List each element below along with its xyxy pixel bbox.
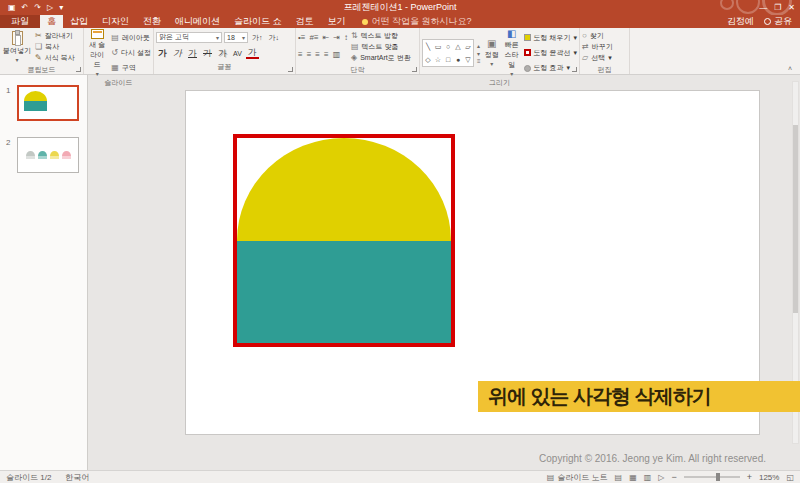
undo-icon[interactable]: ↶ (22, 4, 29, 12)
slide-thumbnail-1[interactable]: 1 (17, 85, 81, 121)
new-slide-button[interactable]: 새 슬라이드 ▾ (86, 29, 108, 77)
start-slideshow-icon[interactable]: ▷ (47, 4, 53, 12)
close-button[interactable]: ✕ (788, 3, 795, 12)
shape-rectangle-icon[interactable]: ▭ (435, 43, 442, 51)
notes-toggle-button[interactable]: ▤ 슬라이드 노트 (547, 472, 608, 483)
bullets-icon[interactable]: •≡ (298, 34, 305, 42)
shape-triangle-icon[interactable]: △ (455, 43, 460, 51)
shape-effects-button[interactable]: 도형 효과 ▾ (524, 63, 577, 74)
align-left-icon[interactable]: ≡ (298, 51, 303, 59)
highlighted-shape-group[interactable] (233, 134, 455, 347)
slideshow-view-button[interactable]: ▷ (658, 473, 664, 482)
redo-icon[interactable]: ↷ (34, 4, 41, 12)
zoom-in-button[interactable]: + (747, 472, 752, 482)
grow-font-button[interactable]: 가↑ (250, 34, 265, 41)
align-text-button[interactable]: ▤ 텍스트 맞춤 (351, 41, 411, 52)
tell-me-box[interactable]: 어떤 작업을 원하시나요? (353, 15, 481, 28)
strikethrough-button[interactable]: 가 (201, 49, 214, 58)
shape-diamond-icon[interactable]: ◇ (425, 56, 430, 64)
shape-triangle-down-icon[interactable]: ▽ (465, 56, 470, 64)
gallery-more-icon[interactable]: ≡ (477, 58, 481, 64)
share-button[interactable]: 공유 (764, 15, 792, 28)
character-spacing-button[interactable]: AV (231, 50, 244, 57)
cut-button[interactable]: ✂ 잘라내기 (35, 30, 75, 41)
signed-in-user[interactable]: 김정예 (727, 15, 754, 28)
font-name-select[interactable]: 맑은 고딕 ▾ (156, 32, 222, 43)
tab-home[interactable]: 홈 (40, 15, 63, 28)
language-indicator[interactable]: 한국어 (65, 472, 89, 483)
shape-fill-button[interactable]: 도형 채우기 ▾ (524, 32, 577, 43)
columns-icon[interactable]: ▥ (333, 51, 341, 59)
zoom-slider-thumb[interactable] (716, 473, 720, 481)
save-icon[interactable]: ▣ (8, 4, 16, 12)
tab-file[interactable]: 파일 (0, 15, 40, 28)
editing-group-label: 편집 (582, 64, 627, 77)
arrange-button[interactable]: ▣ 정렬 ▾ (484, 29, 500, 77)
shape-star-icon[interactable]: ☆ (435, 56, 441, 64)
shape-ellipse-icon[interactable]: ○ (446, 43, 450, 50)
section-button[interactable]: ▦ 구역 (111, 63, 151, 74)
reset-button[interactable]: ↺ 다시 설정 (111, 47, 151, 58)
dome-shape[interactable] (237, 138, 451, 241)
slide-thumbnail-image[interactable] (17, 85, 79, 121)
indent-decrease-icon[interactable]: ⇤ (323, 34, 330, 42)
text-direction-button[interactable]: ⇅ 텍스트 방향 (351, 30, 411, 41)
slide-sorter-view-button[interactable]: ▦ (629, 473, 637, 482)
fit-to-window-button[interactable]: ◱ (786, 473, 794, 482)
minimize-button[interactable]: — (759, 3, 767, 12)
shape-square-icon[interactable]: □ (446, 56, 450, 63)
dialog-launcher-icon[interactable] (76, 67, 81, 72)
slide-thumbnail-image[interactable] (17, 137, 79, 173)
quick-styles-button[interactable]: ◧ 빠른 스타일 ▾ (503, 29, 521, 77)
restore-button[interactable]: ❐ (774, 3, 781, 12)
shape-circle-icon[interactable]: ● (456, 56, 460, 63)
underline-button[interactable]: 가 (186, 49, 199, 58)
customize-qat-icon[interactable]: ▾ (59, 4, 63, 12)
slide-thumbnail-2[interactable]: 2 (17, 137, 81, 173)
align-right-icon[interactable]: ≡ (315, 51, 320, 59)
tab-view[interactable]: 보기 (321, 15, 353, 28)
select-button[interactable]: ▱ 선택 ▾ (582, 52, 627, 63)
dialog-launcher-icon[interactable] (412, 67, 417, 72)
tab-design[interactable]: 디자인 (95, 15, 136, 28)
tab-insert[interactable]: 삽입 (63, 15, 95, 28)
font-color-button[interactable]: 가 (246, 48, 259, 59)
replace-button[interactable]: ⇄ 바꾸기 (582, 41, 627, 52)
reading-view-button[interactable]: ▥ (644, 473, 652, 482)
tab-slideshow[interactable]: 슬라이드 쇼 (227, 15, 289, 28)
font-size-select[interactable]: 18 ▾ (224, 32, 248, 43)
normal-view-button[interactable]: ▤ (615, 473, 623, 482)
tab-review[interactable]: 검토 (289, 15, 321, 28)
shape-line-icon[interactable]: ╲ (426, 43, 430, 51)
scrollbar-thumb[interactable] (793, 125, 798, 314)
format-painter-button[interactable]: ✎ 서식 복사 (35, 52, 75, 63)
convert-smartart-button[interactable]: ◈ SmartArt로 변환 (351, 52, 411, 63)
zoom-slider[interactable] (684, 476, 740, 478)
shrink-font-button[interactable]: 가↓ (267, 34, 282, 41)
line-spacing-icon[interactable]: ↕ (344, 34, 348, 42)
shape-gallery[interactable]: ╲ ▭ ○ △ ▱ ◇ ☆ □ ● ▽ (422, 39, 474, 67)
zoom-level[interactable]: 125% (759, 473, 779, 482)
rectangle-shape[interactable] (237, 241, 451, 344)
tab-transitions[interactable]: 전환 (136, 15, 168, 28)
gallery-down-icon[interactable]: ▾ (477, 50, 481, 57)
copy-button[interactable]: ❏ 복사 (35, 41, 75, 52)
italic-button[interactable]: 가 (171, 49, 184, 58)
layout-button[interactable]: ▤ 레이아웃 (111, 32, 151, 43)
indent-increase-icon[interactable]: ⇥ (333, 34, 340, 42)
numbering-icon[interactable]: #≡ (309, 34, 318, 42)
shape-parallelogram-icon[interactable]: ▱ (465, 43, 470, 51)
shape-outline-button[interactable]: 도형 윤곽선 ▾ (524, 47, 577, 58)
text-shadow-button[interactable]: 가 (216, 49, 229, 58)
paste-button[interactable]: 붙여넣기 ▾ (2, 29, 32, 64)
bold-button[interactable]: 가 (156, 49, 169, 58)
zoom-out-button[interactable]: − (671, 472, 676, 482)
dialog-launcher-icon[interactable] (572, 67, 577, 72)
gallery-up-icon[interactable]: ▴ (477, 42, 481, 49)
dialog-launcher-icon[interactable] (288, 67, 293, 72)
collapse-ribbon-icon[interactable]: ˄ (788, 65, 792, 72)
find-button[interactable]: ○ 찾기 (582, 30, 627, 41)
justify-icon[interactable]: ≡ (324, 51, 329, 59)
tab-animations[interactable]: 애니메이션 (168, 15, 227, 28)
align-center-icon[interactable]: ≡ (307, 51, 312, 59)
